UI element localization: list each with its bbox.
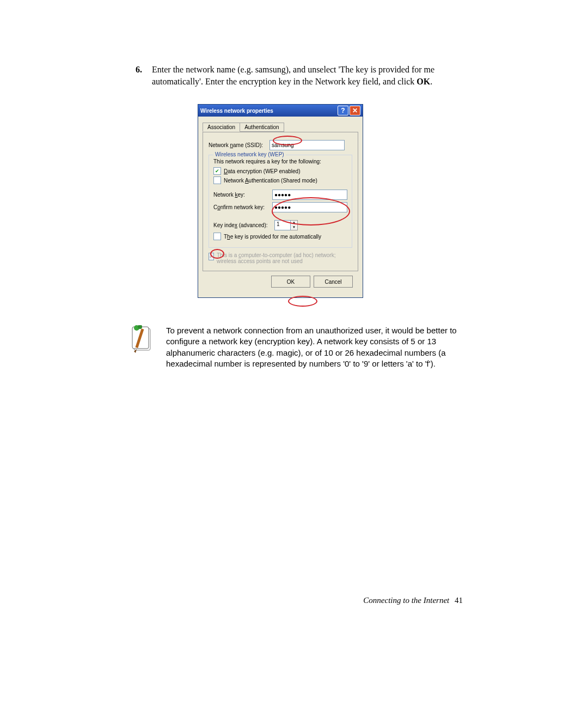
label-adhoc: This is a computer-to-computer (ad hoc) … [217, 252, 352, 264]
network-key-input[interactable] [272, 190, 347, 200]
step-6: 6. Enter the network name (e.g. samsung)… [136, 64, 468, 87]
titlebar: Wireless network properties ? ✕ [198, 105, 363, 117]
adhoc-row: This is a computer-to-computer (ad hoc) … [209, 252, 352, 264]
key-label: Network key: [213, 192, 272, 198]
step-bold: OK [416, 77, 430, 86]
manual-page: 6. Enter the network name (e.g. samsung)… [0, 0, 588, 713]
step-text-1: Enter the network name (e.g. samsung), a… [152, 65, 434, 86]
step-text-2: . [430, 77, 432, 86]
label-network-auth: Network Authentication (Shared mode) [224, 178, 317, 184]
checkbox-adhoc [209, 253, 214, 260]
note-pencil-icon [131, 325, 155, 355]
info-note: To prevent a network connection from an … [131, 325, 463, 369]
ok-button[interactable]: OK [271, 276, 310, 288]
key-index-value: 1 [274, 220, 291, 230]
confirm-key-label: Confirm network key: [213, 204, 272, 210]
label-data-encryption: Data encryption (WEP enabled) [224, 168, 300, 174]
footer-section: Connecting to the Internet [363, 596, 449, 605]
close-icon: ✕ [352, 107, 358, 114]
ssid-label: Network name (SSID): [209, 142, 270, 148]
wireless-properties-dialog: Wireless network properties ? ✕ Associat… [198, 104, 363, 298]
wep-note: This network requires a key for the foll… [213, 159, 347, 164]
checkbox-data-encryption[interactable] [213, 167, 221, 175]
footer-page-number: 41 [455, 596, 463, 605]
label-auto-key: The key is provided for me automatically [224, 234, 321, 240]
highlight-ok-icon [288, 296, 317, 307]
dialog-buttons: OK Cancel [203, 271, 358, 292]
tab-association[interactable]: Association [203, 123, 240, 132]
dialog-title: Wireless network properties [200, 108, 336, 114]
help-icon: ? [341, 107, 345, 114]
wep-legend: Wireless network key (WEP) [213, 151, 286, 157]
tab-authentication[interactable]: Authentication [240, 123, 284, 132]
spinner-arrows-icon: ▲▼ [291, 220, 298, 230]
ssid-input[interactable] [270, 140, 345, 150]
key-index-label: Key index (advanced): [213, 222, 274, 228]
page-footer: Connecting to the Internet 41 [363, 596, 463, 605]
info-note-text: To prevent a network connection from an … [166, 325, 463, 369]
step-number: 6. [136, 64, 150, 76]
close-button[interactable]: ✕ [350, 106, 360, 115]
step-body: Enter the network name (e.g. samsung), a… [152, 64, 465, 87]
tab-panel: Network name (SSID): Wireless network ke… [203, 132, 358, 271]
confirm-key-input[interactable] [272, 202, 347, 212]
checkbox-auto-key[interactable] [213, 233, 221, 240]
wep-fieldset: Wireless network key (WEP) This network … [209, 155, 352, 248]
key-index-spinner[interactable]: 1 ▲▼ [274, 220, 298, 230]
tabstrip: Association Authentication [203, 121, 358, 132]
help-button[interactable]: ? [338, 106, 348, 115]
checkbox-network-auth[interactable] [213, 176, 221, 184]
cancel-button[interactable]: Cancel [314, 276, 353, 288]
